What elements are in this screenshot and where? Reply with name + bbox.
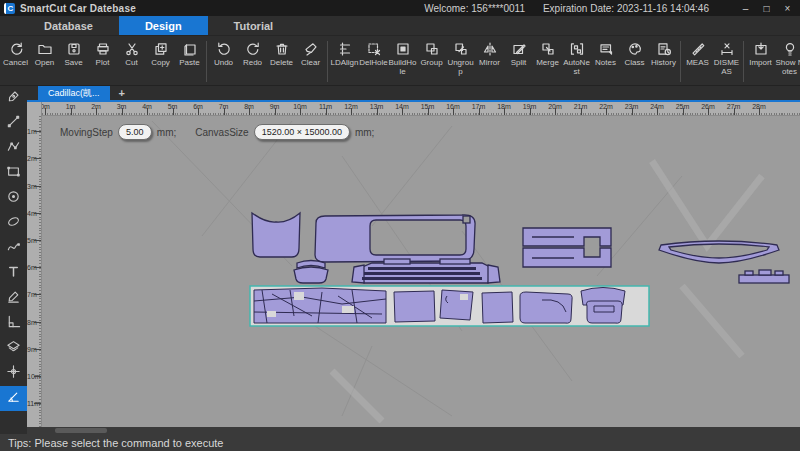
ruler-tick [708,108,709,115]
car-part-sill-stud[interactable] [759,270,771,275]
ruler-tick [351,108,352,115]
rect-icon [6,164,21,183]
toolbar-button-meas[interactable]: MEAS [683,39,712,67]
toolbar-button-merge[interactable]: Merge [533,39,562,67]
sidebar-ellipse-tool[interactable] [0,211,27,236]
toolbar-button-import[interactable]: Import [746,39,775,67]
sidebar-rectangle-tool[interactable] [0,161,27,186]
toolbar-button-label: Class [624,58,644,67]
copy-icon [153,40,169,57]
toolbar-button-history[interactable]: History [649,39,678,67]
car-part-arch[interactable] [294,267,328,283]
toolbar-button-dismeas[interactable]: DISMEAS [712,39,741,76]
menu-item-database[interactable]: Database [18,16,119,35]
car-part-grille-stud[interactable] [440,259,470,264]
document-tab-cadillac[interactable]: Cadillac(凯... [38,86,110,100]
toolbar-button-label: DelHole [359,58,387,67]
add-tab-button[interactable]: + [110,86,134,100]
nested-part[interactable] [394,291,435,322]
sidebar-pen-tool[interactable] [0,86,27,111]
toolbar-button-save[interactable]: Save [59,39,88,67]
close-button[interactable]: × [779,2,796,15]
sidebar-perpendicular-tool[interactable] [0,311,27,336]
maximize-button[interactable]: □ [758,2,775,15]
scrollbar-thumb[interactable] [55,428,107,433]
ruler-tick [71,108,72,115]
toolbar-button-undo[interactable]: Undo [209,39,238,67]
toolbar-button-open[interactable]: Open [30,39,59,67]
toolbar-button-copy[interactable]: Copy [146,39,175,67]
toolbar-button-label: AutoNest [562,58,591,76]
toolbar-button-autonest[interactable]: AutoNest [562,39,591,76]
design-canvas[interactable]: MovingStep 5.00 mm; CanvasSize 1520.00 ×… [42,116,800,427]
toolbar-button-plot[interactable]: Plot [88,39,117,67]
toolbar-button-notes[interactable]: Notes [591,39,620,67]
toolbar-button-delete[interactable]: Delete [267,39,296,67]
ruler-tick [555,108,556,115]
ruler-tick [759,108,760,115]
split-icon [511,40,527,57]
ldalign-icon [337,40,353,57]
car-part-sill-stud[interactable] [775,271,783,275]
toolbar-button-paste[interactable]: Paste [175,39,204,67]
sidebar-layer-tool[interactable] [0,336,27,361]
car-part-bumper-trim[interactable] [659,241,779,263]
toolbar-button-group[interactable]: Group [417,39,446,67]
toolbar-button-cut[interactable]: Cut [117,39,146,67]
car-part-grille-flap-right[interactable] [488,265,500,283]
welcome-text: Welcome: 156****0011 [424,3,525,14]
toolbar-button-buildhole[interactable]: BuildHole [388,39,417,76]
expiration-text: Expiration Date: 2023-11-16 14:04:46 [543,3,709,14]
canvas-size-input[interactable]: 1520.00 × 15000.00 [254,124,350,140]
nested-part[interactable] [482,292,513,323]
sidebar-circle-tool[interactable] [0,186,27,211]
moving-step-input[interactable]: 5.00 [118,124,152,140]
nested-part[interactable] [440,290,473,320]
save-icon [66,40,82,57]
toolbar-button-label: Ungroup [446,58,475,76]
sidebar-angle-tool[interactable] [0,386,27,411]
sidebar-text-tool[interactable] [0,261,27,286]
ruler-tick [34,294,41,295]
horizontal-scrollbar[interactable] [27,427,800,434]
car-part-hood[interactable] [252,213,300,257]
toolbar-button-ungroup[interactable]: Ungroup [446,39,475,76]
car-part-notch-detail[interactable] [463,216,470,223]
app-window: C SmartCut Car Datebase Welcome: 156****… [0,0,800,451]
toolbar-group: CancelOpenSavePlotCutCopyPaste [1,39,204,67]
toolbar-button-cancel[interactable]: Cancel [1,39,30,67]
ruler-tick [734,108,735,115]
toolbar-button-mirror[interactable]: Mirror [475,39,504,67]
toolbar-group: MEASDISMEAS [683,39,741,76]
toolbar-button-ldalign[interactable]: LDAlign [330,39,359,67]
toolbar-button-redo[interactable]: Redo [238,39,267,67]
ruler-tick [34,349,41,350]
ruler-tick [34,403,41,404]
minimize-button[interactable]: – [737,2,754,15]
car-part-grille-flap-left[interactable] [352,265,364,283]
sidebar-line-tool[interactable] [0,111,27,136]
ruler-tick [632,108,633,115]
toolbar-button-split[interactable]: Split [504,39,533,67]
menu-item-design[interactable]: Design [119,16,208,35]
sidebar-curve-tool[interactable] [0,236,27,261]
toolbar-button-label: BuildHole [388,58,417,76]
toolbar-button-class[interactable]: Class [620,39,649,67]
car-part-side-panel[interactable] [315,215,475,262]
sidebar-polyline-tool[interactable] [0,136,27,161]
sidebar-edit-tool[interactable] [0,286,27,311]
car-part-grille-stud[interactable] [384,259,410,264]
toolbar-separator [743,41,744,82]
sidebar-point-tool[interactable] [0,361,27,386]
clear-icon [303,40,319,57]
menu-item-tutorial[interactable]: Tutorial [208,16,300,35]
car-part-sill-stud[interactable] [745,271,753,275]
nesting-strip[interactable] [250,286,649,326]
car-part-sill[interactable] [739,275,789,283]
toolbar-button-clear[interactable]: Clear [296,39,325,67]
toolbar-button-show-notes[interactable]: Show Notes [775,39,800,76]
toolbar-button-label: History [651,58,676,67]
toolbar: CancelOpenSavePlotCutCopyPasteUndoRedoDe… [0,36,800,86]
toolbar-button-delhole[interactable]: DelHole [359,39,388,67]
import-icon [753,40,769,57]
